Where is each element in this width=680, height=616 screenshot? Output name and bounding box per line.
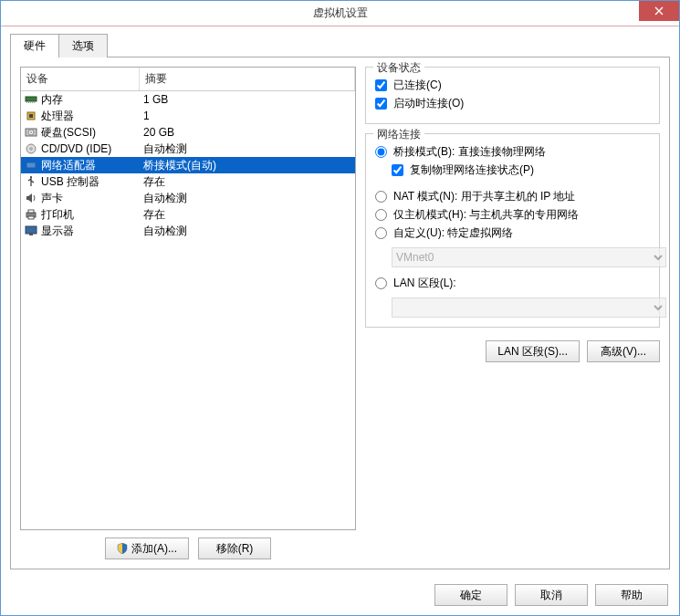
lan-radio[interactable] [375, 277, 387, 289]
hostonly-label: 仅主机模式(H): 与主机共享的专用网络 [393, 207, 579, 223]
svg-rect-1 [26, 101, 27, 103]
device-status-title: 设备状态 [373, 60, 424, 76]
table-row[interactable]: 内存1 GB [21, 91, 355, 108]
cancel-label: 取消 [540, 588, 562, 603]
table-row[interactable]: CD/DVD (IDE)自动检测 [21, 141, 355, 157]
cancel-button[interactable]: 取消 [515, 584, 588, 606]
table-row[interactable]: 处理器1 [21, 108, 355, 124]
device-cell: 打印机 [21, 207, 140, 223]
device-cell: CD/DVD (IDE) [21, 142, 140, 155]
bridged-label: 桥接模式(B): 直接连接物理网络 [393, 144, 546, 160]
svg-rect-13 [26, 162, 36, 168]
right-column: 设备状态 已连接(C) 启动时连接(O) 网络连接 桥接模式(B): 直接连接物… [365, 67, 660, 559]
header-device: 设备 [21, 68, 140, 90]
network-connection-group: 网络连接 桥接模式(B): 直接连接物理网络 复制物理网络连接状态(P) NAT… [365, 133, 660, 328]
replicate-row[interactable]: 复制物理网络连接状态(P) [392, 162, 650, 178]
replicate-label: 复制物理网络连接状态(P) [410, 162, 534, 178]
help-label: 帮助 [621, 588, 643, 603]
svg-rect-4 [32, 101, 33, 103]
summary-cell: 自动检测 [140, 141, 355, 157]
device-buttons: 添加(A)... 移除(R) [20, 530, 356, 559]
lan-row[interactable]: LAN 区段(L): [375, 276, 650, 291]
svg-rect-3 [30, 101, 31, 103]
device-cell: 声卡 [21, 191, 140, 206]
display-icon [25, 225, 37, 236]
lan-label: LAN 区段(L): [393, 276, 456, 291]
remove-button[interactable]: 移除(R) [198, 538, 271, 559]
custom-vmnet-select[interactable]: VMnet0 [392, 247, 666, 267]
lan-segment-select[interactable] [392, 298, 666, 318]
device-name: USB 控制器 [41, 174, 99, 190]
connect-poweron-checkbox[interactable] [375, 98, 387, 110]
svg-rect-20 [29, 234, 33, 235]
titlebar: 虚拟机设置 [1, 1, 679, 26]
custom-radio[interactable] [375, 227, 387, 239]
right-buttons: LAN 区段(S)... 高级(V)... [365, 340, 660, 362]
svg-point-10 [30, 131, 32, 133]
hostonly-row[interactable]: 仅主机模式(H): 与主机共享的专用网络 [375, 207, 650, 223]
connected-checkbox[interactable] [375, 79, 387, 91]
ok-button[interactable]: 确定 [434, 584, 507, 606]
close-icon [654, 6, 664, 16]
table-row[interactable]: 网络适配器桥接模式(自动) [21, 157, 355, 173]
cpu-icon [25, 110, 37, 121]
lan-segments-button[interactable]: LAN 区段(S)... [486, 340, 580, 362]
tab-options[interactable]: 选项 [59, 34, 108, 57]
nat-row[interactable]: NAT 模式(N): 用于共享主机的 IP 地址 [375, 189, 650, 204]
svg-point-12 [30, 148, 32, 150]
table-row[interactable]: 硬盘(SCSI)20 GB [21, 124, 355, 141]
hostonly-radio[interactable] [375, 209, 387, 221]
ok-label: 确定 [460, 588, 482, 603]
device-cell: 显示器 [21, 224, 140, 239]
connected-checkbox-row[interactable]: 已连接(C) [375, 78, 650, 93]
summary-cell: 存在 [140, 207, 355, 223]
device-cell: USB 控制器 [21, 174, 140, 190]
replicate-checkbox[interactable] [392, 164, 403, 176]
left-column: 设备 摘要 内存1 GB处理器1硬盘(SCSI)20 GBCD/DVD (IDE… [20, 67, 356, 559]
table-row[interactable]: 显示器自动检测 [21, 223, 355, 239]
device-table-body[interactable]: 内存1 GB处理器1硬盘(SCSI)20 GBCD/DVD (IDE)自动检测网… [21, 91, 355, 529]
svg-rect-18 [28, 216, 34, 219]
table-row[interactable]: USB 控制器存在 [21, 173, 355, 190]
network-connection-title: 网络连接 [373, 127, 424, 142]
lan-segments-label: LAN 区段(S)... [497, 344, 568, 360]
connect-poweron-label: 启动时连接(O) [393, 96, 464, 111]
device-cell: 硬盘(SCSI) [21, 125, 140, 141]
device-cell: 内存 [21, 92, 140, 108]
device-name: 处理器 [41, 109, 74, 124]
add-button[interactable]: 添加(A)... [105, 538, 189, 559]
device-cell: 网络适配器 [21, 158, 140, 173]
nat-radio[interactable] [375, 191, 387, 203]
connected-label: 已连接(C) [393, 78, 442, 93]
svg-rect-2 [28, 101, 29, 103]
close-button[interactable] [639, 1, 679, 21]
svg-rect-14 [29, 168, 33, 170]
summary-cell: 20 GB [140, 126, 355, 139]
add-button-label: 添加(A)... [131, 541, 177, 557]
bridged-row[interactable]: 桥接模式(B): 直接连接物理网络 [375, 144, 650, 160]
table-row[interactable]: 声卡自动检测 [21, 190, 355, 206]
device-name: 网络适配器 [41, 158, 96, 173]
table-row[interactable]: 打印机存在 [21, 206, 355, 223]
svg-rect-0 [26, 97, 37, 101]
help-button[interactable]: 帮助 [595, 584, 668, 606]
svg-rect-7 [29, 114, 33, 118]
usb-icon [25, 176, 37, 187]
net-icon [25, 160, 37, 171]
remove-button-label: 移除(R) [216, 541, 254, 557]
device-name: CD/DVD (IDE) [41, 142, 111, 155]
nat-label: NAT 模式(N): 用于共享主机的 IP 地址 [393, 189, 575, 204]
hardware-panel: 设备 摘要 内存1 GB处理器1硬盘(SCSI)20 GBCD/DVD (IDE… [10, 57, 670, 569]
bridged-radio[interactable] [375, 146, 387, 158]
device-name: 打印机 [41, 207, 74, 223]
summary-cell: 1 [140, 110, 355, 122]
hdd-icon [25, 127, 37, 138]
custom-row[interactable]: 自定义(U): 特定虚拟网络 [375, 225, 650, 241]
cd-icon [25, 143, 37, 154]
advanced-button[interactable]: 高级(V)... [587, 340, 660, 362]
tab-hardware[interactable]: 硬件 [10, 34, 59, 57]
memory-icon [25, 94, 37, 105]
svg-rect-5 [34, 101, 35, 103]
connect-poweron-row[interactable]: 启动时连接(O) [375, 96, 650, 111]
device-status-group: 设备状态 已连接(C) 启动时连接(O) [365, 67, 660, 124]
